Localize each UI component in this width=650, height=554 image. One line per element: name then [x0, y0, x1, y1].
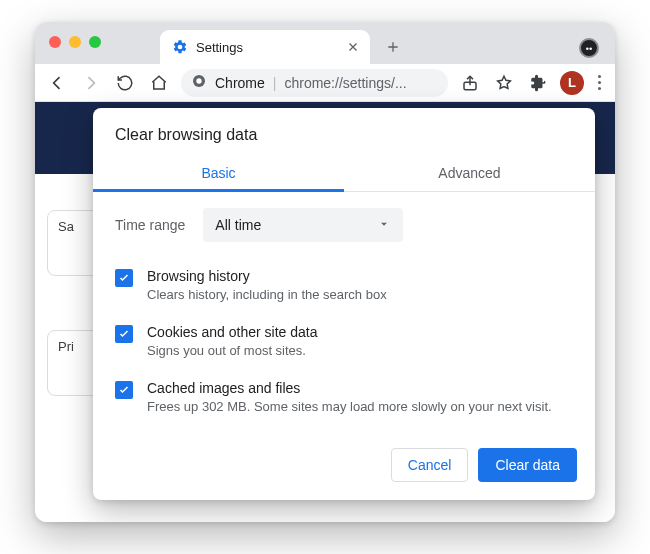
option-desc: Clears history, including in the search … [147, 287, 387, 302]
svg-point-0 [586, 48, 589, 51]
caret-down-icon [377, 217, 391, 234]
option-title: Cookies and other site data [147, 324, 317, 340]
dialog-title: Clear browsing data [93, 108, 595, 154]
option-title: Browsing history [147, 268, 387, 284]
back-button[interactable] [45, 71, 69, 95]
extensions-button[interactable] [526, 71, 550, 95]
time-range-label: Time range [115, 217, 185, 233]
time-range-row: Time range All time [115, 208, 573, 242]
dialog-actions: Cancel Clear data [93, 438, 595, 500]
reload-button[interactable] [113, 71, 137, 95]
cancel-button[interactable]: Cancel [391, 448, 469, 482]
option-title: Cached images and files [147, 380, 552, 396]
overflow-menu-button[interactable] [594, 71, 605, 94]
clear-browsing-data-dialog: Clear browsing data Basic Advanced Time … [93, 108, 595, 500]
browser-tab-settings[interactable]: Settings [160, 30, 370, 64]
window-zoom-button[interactable] [89, 36, 101, 48]
option-browsing-history[interactable]: Browsing history Clears history, includi… [115, 258, 573, 314]
new-tab-button[interactable] [378, 32, 408, 62]
content-area: Sa Pri Clear browsing data Basic Advance… [35, 102, 615, 522]
gear-icon [172, 39, 188, 55]
option-cache[interactable]: Cached images and files Frees up 302 MB.… [115, 370, 573, 426]
checkbox-checked[interactable] [115, 381, 133, 399]
browser-window: Settings [35, 22, 615, 522]
option-desc: Signs you out of most sites. [147, 343, 317, 358]
time-range-select[interactable]: All time [203, 208, 403, 242]
incognito-icon[interactable] [579, 38, 599, 58]
window-close-button[interactable] [49, 36, 61, 48]
address-bar[interactable]: Chrome | chrome://settings/... [181, 69, 448, 97]
svg-point-3 [196, 78, 201, 83]
share-button[interactable] [458, 71, 482, 95]
omnibox-url: chrome://settings/... [284, 75, 406, 91]
tab-close-button[interactable] [346, 40, 360, 54]
dialog-body: Time range All time Br [93, 192, 595, 438]
checkbox-checked[interactable] [115, 269, 133, 287]
tab-title: Settings [196, 40, 338, 55]
home-button[interactable] [147, 71, 171, 95]
checkbox-checked[interactable] [115, 325, 133, 343]
window-controls [49, 36, 101, 48]
omnibox-prefix: Chrome [215, 75, 265, 91]
avatar-initial: L [568, 75, 576, 90]
omnibox-separator: | [273, 75, 277, 91]
option-cookies[interactable]: Cookies and other site data Signs you ou… [115, 314, 573, 370]
tab-basic[interactable]: Basic [93, 154, 344, 191]
tab-advanced[interactable]: Advanced [344, 154, 595, 191]
tab-strip: Settings [35, 22, 615, 64]
option-desc: Frees up 302 MB. Some sites may load mor… [147, 399, 552, 414]
bookmark-button[interactable] [492, 71, 516, 95]
forward-button[interactable] [79, 71, 103, 95]
profile-avatar[interactable]: L [560, 71, 584, 95]
toolbar: Chrome | chrome://settings/... L [35, 64, 615, 102]
dialog-tabs: Basic Advanced [93, 154, 595, 192]
chrome-logo-icon [191, 73, 207, 92]
svg-point-1 [589, 48, 592, 51]
time-range-value: All time [215, 217, 261, 233]
window-minimize-button[interactable] [69, 36, 81, 48]
clear-data-button[interactable]: Clear data [478, 448, 577, 482]
